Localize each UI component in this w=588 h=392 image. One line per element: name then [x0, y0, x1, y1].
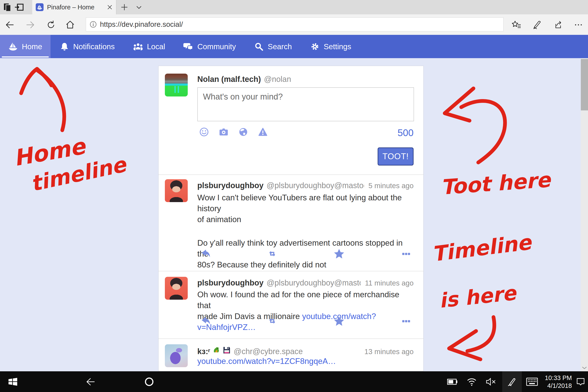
- search-icon: [254, 42, 264, 52]
- nav-notifications-label: Notifications: [73, 42, 115, 51]
- nav-search[interactable]: Search: [245, 35, 301, 58]
- post-handle[interactable]: @chr@cybre.space: [234, 347, 360, 356]
- timeline-card: Nolan (malf.tech)@nolan 500 TOOT! plsbur…: [158, 66, 424, 371]
- action-center-button[interactable]: [573, 371, 588, 392]
- post-display-name[interactable]: plsburydoughboy: [197, 278, 264, 288]
- content-warning-icon[interactable]: [258, 127, 268, 137]
- avatar[interactable]: [165, 74, 188, 96]
- avatar[interactable]: [165, 277, 188, 300]
- floppy-disk-emoji-icon: [223, 346, 231, 354]
- toot-button[interactable]: TOOT!: [378, 148, 414, 166]
- post-handle[interactable]: @plsburydoughboy@mastodon.so…: [266, 181, 364, 190]
- screen: Pinafore – Home https://dev.pinafore.soc…: [0, 0, 588, 392]
- page-scrollbar[interactable]: [581, 58, 588, 371]
- browser-tab[interactable]: Pinafore – Home: [32, 0, 116, 14]
- post-timestamp[interactable]: 13 minutes ago: [364, 348, 414, 356]
- nav-community-label: Community: [197, 42, 236, 51]
- taskbar: 10:33 PM 4/1/2018: [0, 371, 588, 392]
- web-note-pen-icon[interactable]: [532, 19, 544, 31]
- keyboard-icon: [526, 377, 538, 386]
- browser-tab-bar: Pinafore – Home: [0, 0, 588, 14]
- post-text-line: Oh wow. I found the ad for the one piece…: [197, 289, 414, 311]
- post-link[interactable]: youtube.com/watch?v=1ZCF8ngqeA…: [197, 357, 336, 366]
- avatar[interactable]: [165, 344, 188, 367]
- boost-icon[interactable]: [266, 248, 278, 259]
- action-center-icon: [576, 377, 586, 386]
- favorite-star-icon[interactable]: [334, 315, 345, 327]
- compose-input[interactable]: [197, 87, 414, 121]
- tab-preview-icon[interactable]: [14, 2, 25, 12]
- windows-logo-icon: [8, 376, 18, 387]
- taskbar-back-button[interactable]: [78, 371, 102, 392]
- gear-icon: [310, 42, 320, 52]
- clock-time: 10:33 PM: [545, 374, 572, 382]
- browser-refresh-icon[interactable]: [45, 19, 57, 31]
- browser-more-icon[interactable]: [572, 19, 584, 31]
- post-1: plsburydoughboy @plsburydoughboy@mastodo…: [158, 175, 423, 271]
- clock-date: 4/1/2018: [547, 382, 572, 390]
- post-actions: [200, 315, 412, 327]
- post-more-icon[interactable]: [400, 315, 412, 327]
- browser-home-icon[interactable]: [64, 19, 76, 31]
- speaker-mute-icon: [486, 377, 496, 386]
- pen-tray-button[interactable]: [502, 371, 522, 392]
- cortana-button[interactable]: [137, 371, 161, 392]
- start-button[interactable]: [3, 371, 23, 392]
- post-text-line: Wow I can't believe YouTubers are flat o…: [197, 192, 414, 214]
- browser-back-icon[interactable]: [4, 19, 16, 31]
- reply-icon[interactable]: [200, 315, 211, 327]
- sailboat-icon: [8, 42, 18, 52]
- favorites-hub-icon[interactable]: [510, 19, 523, 31]
- favorite-star-icon[interactable]: [334, 248, 345, 259]
- globe-icon[interactable]: [238, 127, 248, 137]
- people-icon: [133, 42, 143, 52]
- post-display-name[interactable]: kз:ʳ: [197, 347, 210, 356]
- avatar[interactable]: [165, 179, 188, 202]
- taskbar-clock[interactable]: 10:33 PM 4/1/2018: [542, 371, 572, 392]
- pinafore-navbar: Home Notifications Local Community Searc…: [0, 35, 588, 58]
- nav-local[interactable]: Local: [124, 35, 174, 58]
- tab-list-dropdown-icon[interactable]: [133, 2, 144, 12]
- scrollbar-down-icon[interactable]: [582, 366, 587, 370]
- bell-icon: [60, 42, 69, 52]
- touch-keyboard-button[interactable]: [523, 371, 542, 392]
- emoji-icon[interactable]: [199, 127, 209, 137]
- post-timestamp[interactable]: 11 minutes ago: [365, 279, 414, 287]
- nav-settings-label: Settings: [324, 42, 351, 51]
- char-counter: 500: [398, 128, 414, 138]
- nav-settings[interactable]: Settings: [301, 35, 360, 58]
- cortana-circle-icon: [144, 376, 155, 388]
- browser-forward-icon[interactable]: [24, 19, 36, 31]
- nav-local-label: Local: [147, 42, 165, 51]
- compose-box: Nolan (malf.tech)@nolan 500 TOOT!: [158, 66, 423, 174]
- site-info-icon[interactable]: [90, 21, 97, 28]
- tab-title: Pinafore – Home: [47, 4, 107, 11]
- post-timestamp[interactable]: 5 minutes ago: [368, 182, 414, 190]
- post-text-line: 80s? Because they definitely did not: [197, 259, 414, 270]
- url-bar[interactable]: https://dev.pinafore.social/: [86, 18, 504, 31]
- boost-icon[interactable]: [266, 315, 278, 327]
- battery-tray-icon[interactable]: [445, 371, 460, 392]
- compose-display-name: Nolan (malf.tech): [197, 75, 261, 84]
- pinafore-favicon-icon: [36, 3, 44, 11]
- wifi-tray-icon[interactable]: [464, 371, 480, 392]
- new-tab-button[interactable]: [119, 2, 130, 12]
- set-tabs-aside-icon[interactable]: [2, 2, 13, 12]
- chat-bubbles-icon: [183, 42, 194, 52]
- nav-notifications[interactable]: Notifications: [50, 35, 124, 58]
- post-display-name[interactable]: plsburydoughboy: [197, 181, 264, 190]
- wifi-icon: [466, 377, 477, 386]
- nav-home[interactable]: Home: [0, 35, 50, 58]
- share-icon[interactable]: [552, 19, 564, 31]
- post-handle[interactable]: @plsburydoughboy@mastodon.s…: [266, 278, 361, 288]
- reply-icon[interactable]: [200, 248, 211, 259]
- post-more-icon[interactable]: [400, 248, 412, 259]
- post-3: kз:ʳ @chr@cybre.space 13 minutes ago you…: [158, 339, 423, 371]
- tab-close-icon[interactable]: [107, 4, 112, 10]
- back-arrow-icon: [85, 376, 96, 388]
- scrollbar-thumb[interactable]: [581, 59, 588, 110]
- volume-tray-icon[interactable]: [483, 371, 499, 392]
- nav-home-label: Home: [22, 42, 42, 51]
- camera-icon[interactable]: [219, 127, 229, 137]
- nav-community[interactable]: Community: [174, 35, 245, 58]
